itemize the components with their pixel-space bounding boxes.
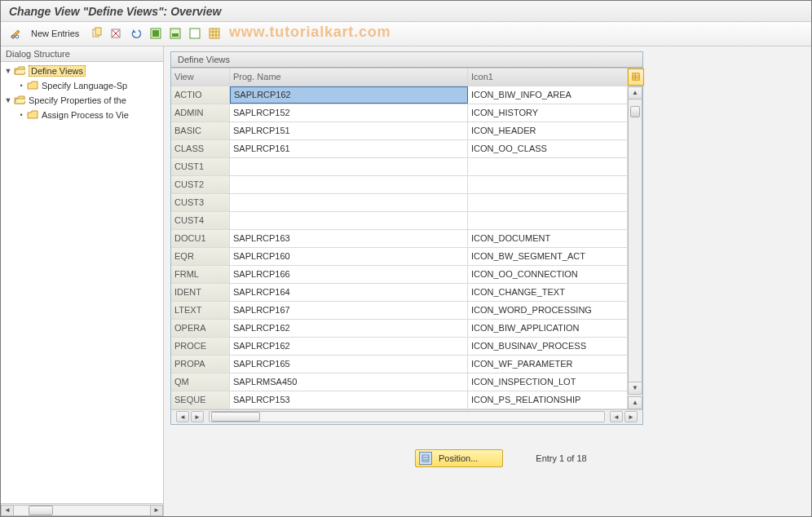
cell-prog-name[interactable]: SAPLRCP167: [230, 302, 468, 319]
table-row[interactable]: ADMINSAPLRCP152ICON_HISTORY: [171, 104, 628, 122]
table-row[interactable]: CUST4: [171, 212, 628, 230]
cell-icon1[interactable]: [468, 158, 628, 175]
cell-icon1[interactable]: ICON_HISTORY: [468, 104, 628, 122]
tree-node[interactable]: •Assign Process to Vie: [1, 108, 163, 122]
delete-button[interactable]: [109, 26, 124, 41]
cell-prog-name[interactable]: SAPLRCP160: [230, 248, 468, 265]
cell-icon1[interactable]: ICON_INSPECTION_LOT: [468, 373, 628, 391]
cell-icon1[interactable]: [468, 212, 628, 229]
tree-node[interactable]: ▼Define Views: [1, 64, 163, 78]
new-entries-button[interactable]: New Entries: [29, 25, 85, 42]
sidebar-horizontal-scrollbar[interactable]: ◄ ►: [1, 503, 163, 516]
cell-icon1[interactable]: ICON_BIW_APPLICATION: [468, 320, 628, 337]
cell-icon1[interactable]: ICON_WF_PARAMETER: [468, 356, 628, 373]
dialog-structure-tree[interactable]: ▼Define Views•Specify Language-Sp▼Specif…: [1, 62, 163, 503]
cell-icon1[interactable]: ICON_PS_RELATIONSHIP: [468, 391, 628, 409]
cell-prog-name[interactable]: SAPLRCP162: [230, 338, 468, 355]
table-row[interactable]: CUST2: [171, 176, 628, 194]
cell-icon1[interactable]: ICON_CHANGE_TEXT: [468, 284, 628, 301]
cell-icon1[interactable]: ICON_DOCUMENT: [468, 230, 628, 247]
cell-view[interactable]: CUST4: [171, 212, 230, 229]
hs-prev-button[interactable]: ►: [191, 411, 204, 422]
copy-as-button[interactable]: [90, 26, 104, 41]
cell-view[interactable]: PROCE: [171, 338, 230, 355]
tree-node[interactable]: ▼Specify Properties of the: [1, 93, 163, 108]
caret-down-icon[interactable]: ▼: [4, 96, 12, 104]
scroll-up-alt-button[interactable]: ▲: [628, 396, 642, 409]
deselect-all-button[interactable]: [188, 26, 202, 41]
grid-horizontal-scrollbar[interactable]: ◄ ► ◄ ►: [171, 409, 642, 424]
cell-icon1[interactable]: ICON_HEADER: [468, 122, 628, 139]
table-row[interactable]: CUST1: [171, 158, 628, 176]
cell-view[interactable]: EQR: [171, 248, 230, 265]
cell-view[interactable]: ACTIO: [171, 86, 230, 104]
table-row[interactable]: CLASSSAPLRCP161ICON_OO_CLASS: [171, 140, 628, 158]
cell-prog-name[interactable]: SAPLRMSA450: [230, 373, 468, 391]
table-row[interactable]: FRMLSAPLRCP166ICON_OO_CONNECTION: [171, 266, 628, 284]
cell-prog-name[interactable]: SAPLRCP162: [230, 86, 468, 104]
column-header-view[interactable]: View: [171, 68, 230, 86]
cell-icon1[interactable]: ICON_BIW_INFO_AREA: [468, 86, 628, 104]
scroll-thumb[interactable]: [29, 506, 53, 515]
cell-prog-name[interactable]: SAPLRCP162: [230, 320, 468, 337]
cell-icon1[interactable]: [468, 176, 628, 193]
table-configure-button[interactable]: [628, 68, 644, 86]
select-all-button[interactable]: [148, 26, 163, 41]
cell-prog-name[interactable]: SAPLRCP151: [230, 122, 468, 139]
cell-view[interactable]: ADMIN: [171, 104, 230, 122]
cell-prog-name[interactable]: SAPLRCP164: [230, 284, 468, 301]
undo-button[interactable]: [129, 26, 143, 41]
cell-icon1[interactable]: ICON_WORD_PROCESSING: [468, 302, 628, 319]
cell-prog-name[interactable]: [230, 212, 468, 229]
table-row[interactable]: OPERASAPLRCP162ICON_BIW_APPLICATION: [171, 320, 628, 338]
cell-prog-name[interactable]: SAPLRCP153: [230, 391, 468, 409]
table-row[interactable]: LTEXTSAPLRCP167ICON_WORD_PROCESSING: [171, 302, 628, 320]
cell-view[interactable]: SEQUE: [171, 391, 230, 409]
cell-icon1[interactable]: [468, 194, 628, 211]
cell-prog-name[interactable]: SAPLRCP161: [230, 140, 468, 157]
cell-prog-name[interactable]: SAPLRCP152: [230, 104, 468, 122]
caret-down-icon[interactable]: ▼: [4, 67, 12, 75]
scroll-up-button[interactable]: ▲: [628, 86, 642, 99]
table-row[interactable]: PROCESAPLRCP162ICON_BUSINAV_PROCESS: [171, 338, 628, 356]
cell-prog-name[interactable]: [230, 158, 468, 175]
print-button[interactable]: [207, 26, 222, 41]
scroll-right-button[interactable]: ►: [150, 505, 163, 516]
cell-view[interactable]: LTEXT: [171, 302, 230, 319]
cell-view[interactable]: CLASS: [171, 140, 230, 157]
hs-thumb[interactable]: [211, 412, 260, 422]
cell-prog-name[interactable]: SAPLRCP166: [230, 266, 468, 283]
hs-first-button[interactable]: ◄: [176, 411, 189, 422]
table-row[interactable]: IDENTSAPLRCP164ICON_CHANGE_TEXT: [171, 284, 628, 302]
cell-prog-name[interactable]: [230, 194, 468, 211]
cell-view[interactable]: CUST1: [171, 158, 230, 175]
hs-next-button[interactable]: ◄: [610, 411, 623, 422]
table-row[interactable]: QMSAPLRMSA450ICON_INSPECTION_LOT: [171, 373, 628, 391]
hs-last-button[interactable]: ►: [624, 411, 638, 422]
table-row[interactable]: ACTIOSAPLRCP162ICON_BIW_INFO_AREA: [171, 86, 628, 104]
column-header-prog-name[interactable]: Prog. Name: [230, 68, 468, 86]
vscroll-thumb[interactable]: [630, 106, 640, 117]
cell-prog-name[interactable]: SAPLRCP165: [230, 356, 468, 373]
table-row[interactable]: BASICSAPLRCP151ICON_HEADER: [171, 122, 628, 140]
cell-icon1[interactable]: ICON_OO_CLASS: [468, 140, 628, 157]
cell-view[interactable]: BASIC: [171, 122, 230, 139]
cell-icon1[interactable]: ICON_BUSINAV_PROCESS: [468, 338, 628, 355]
scroll-track[interactable]: [14, 505, 150, 516]
toggle-display-change-button[interactable]: [9, 26, 24, 41]
table-row[interactable]: CUST3: [171, 194, 628, 212]
tree-node[interactable]: •Specify Language-Sp: [1, 78, 163, 93]
cell-icon1[interactable]: ICON_BW_SEGMENT_ACT: [468, 248, 628, 265]
cell-view[interactable]: FRML: [171, 266, 230, 283]
cell-prog-name[interactable]: SAPLRCP163: [230, 230, 468, 247]
cell-view[interactable]: PROPA: [171, 356, 230, 373]
grid-vertical-scrollbar[interactable]: ▲ ▼ ▲: [628, 86, 642, 409]
cell-view[interactable]: QM: [171, 373, 230, 391]
table-row[interactable]: PROPASAPLRCP165ICON_WF_PARAMETER: [171, 356, 628, 373]
table-row[interactable]: DOCU1SAPLRCP163ICON_DOCUMENT: [171, 230, 628, 248]
scroll-down-button[interactable]: ▼: [628, 382, 642, 395]
bullet-icon[interactable]: •: [17, 82, 25, 90]
column-header-icon1[interactable]: Icon1: [468, 68, 628, 86]
cell-view[interactable]: DOCU1: [171, 230, 230, 247]
hs-track[interactable]: [209, 411, 605, 422]
